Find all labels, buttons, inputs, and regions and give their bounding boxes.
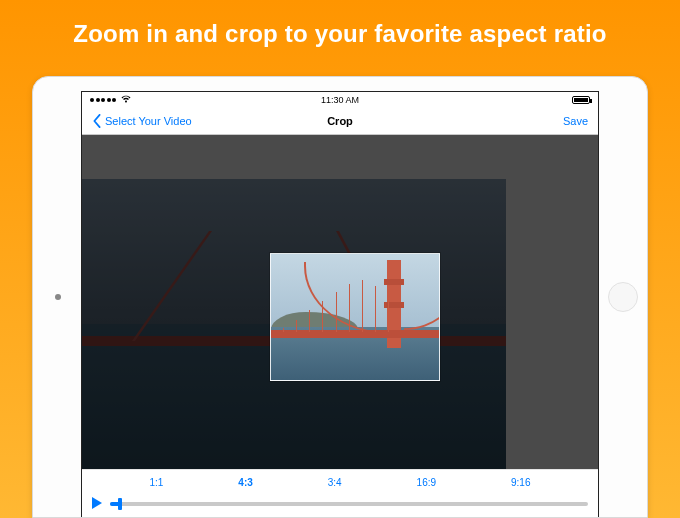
scrubber-thumb[interactable] bbox=[118, 498, 122, 510]
status-left bbox=[90, 95, 131, 105]
nav-title: Crop bbox=[327, 115, 353, 127]
wifi-icon bbox=[121, 95, 131, 105]
crop-selection[interactable] bbox=[270, 253, 440, 381]
ratio-9-16[interactable]: 9:16 bbox=[511, 477, 530, 488]
tablet-frame: 11:30 AM Select Your Video Crop Save bbox=[32, 76, 648, 518]
tablet-camera bbox=[55, 294, 61, 300]
ratio-16-9[interactable]: 16:9 bbox=[417, 477, 436, 488]
play-icon[interactable] bbox=[92, 495, 102, 513]
aspect-ratio-bar: 1:1 4:3 3:4 16:9 9:16 bbox=[82, 469, 598, 495]
signal-icon bbox=[90, 98, 116, 102]
marketing-headline: Zoom in and crop to your favorite aspect… bbox=[0, 0, 680, 70]
scrubber-track[interactable] bbox=[110, 502, 588, 506]
status-time: 11:30 AM bbox=[321, 95, 359, 105]
nav-bar: Select Your Video Crop Save bbox=[82, 107, 598, 135]
back-button[interactable]: Select Your Video bbox=[92, 114, 192, 128]
status-right bbox=[572, 96, 590, 104]
status-bar: 11:30 AM bbox=[82, 92, 598, 107]
back-label: Select Your Video bbox=[105, 115, 192, 127]
ratio-4-3[interactable]: 4:3 bbox=[238, 477, 252, 488]
scrubber-bar bbox=[82, 495, 598, 517]
chevron-left-icon bbox=[92, 114, 102, 128]
app-screen: 11:30 AM Select Your Video Crop Save bbox=[81, 91, 599, 517]
save-button[interactable]: Save bbox=[563, 115, 588, 127]
battery-icon bbox=[572, 96, 590, 104]
video-crop-area[interactable] bbox=[82, 135, 598, 469]
ratio-1-1[interactable]: 1:1 bbox=[149, 477, 163, 488]
ratio-3-4[interactable]: 3:4 bbox=[328, 477, 342, 488]
home-button[interactable] bbox=[608, 282, 638, 312]
